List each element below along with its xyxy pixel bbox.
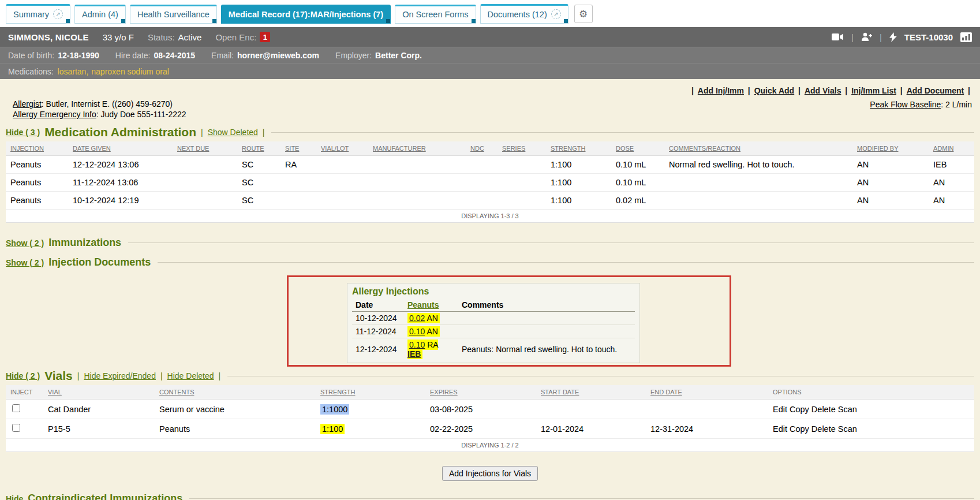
show-deleted-link[interactable]: Show Deleted	[208, 128, 258, 137]
tab-label: Summary	[13, 10, 49, 19]
dose-link[interactable]: 0.10	[409, 340, 425, 349]
cell-contents: Serum or vaccine	[155, 400, 316, 419]
show-injection-documents-link[interactable]: Show ( 2 )	[6, 258, 44, 267]
tab-health-surveillance[interactable]: Health Surveillance	[130, 5, 217, 24]
scan-link[interactable]: Scan	[838, 424, 857, 434]
allergist-link[interactable]: Allergist	[13, 99, 42, 109]
vials-title: Vials	[44, 369, 73, 383]
dose-link[interactable]: 0.02	[409, 314, 425, 323]
add-inj-imm-link[interactable]: Add Inj/Imm	[698, 86, 744, 95]
column-header-comments: Comments	[458, 298, 635, 312]
workflow-icon[interactable]: ↗	[53, 9, 63, 19]
patient-header-bar: SIMMONS, NICOLE 33 y/o F Status: Active …	[0, 27, 980, 47]
medications-label: Medications:	[8, 67, 54, 76]
injection-documents-title: Injection Documents	[48, 256, 151, 268]
delete-link[interactable]: Delete	[811, 424, 836, 434]
cell-comments	[664, 174, 852, 192]
add-document-link[interactable]: Add Document	[907, 86, 964, 95]
tab-admin[interactable]: Admin (4)	[74, 5, 126, 24]
cell-ndc	[466, 174, 498, 192]
flowsheet-chart-icon[interactable]	[960, 32, 972, 42]
tab-on-screen-forms[interactable]: On Screen Forms	[395, 5, 476, 24]
inject-checkbox[interactable]	[12, 404, 20, 412]
settings-gear-button[interactable]: ⚙	[574, 5, 593, 23]
table-row: 10-12-2024 0.02 AN	[352, 312, 635, 325]
cell-ndc	[466, 192, 498, 210]
allergy-injections-table: Date Peanuts Comments 10-12-2024 0.02 AN…	[352, 298, 635, 360]
quick-add-link[interactable]: Quick Add	[754, 86, 795, 95]
edit-link[interactable]: Edit	[773, 424, 787, 434]
column-header-vial-lot: VIAL/LOT	[321, 145, 349, 152]
column-header-ndc: NDC	[470, 145, 484, 152]
cell-contents: Peanuts	[155, 419, 316, 439]
peak-flow-baseline-link[interactable]: Peak Flow Baseline	[870, 100, 941, 109]
admin-initials-link[interactable]: IEB	[407, 349, 421, 359]
delete-link[interactable]: Delete	[811, 405, 836, 414]
allergy-emergency-info-link[interactable]: Allergy Emergency Info	[13, 110, 96, 119]
cell-comment	[458, 312, 635, 325]
medication-administration-title: Medication Administration	[44, 125, 196, 139]
dose-highlight: 0.02 AN	[407, 313, 440, 323]
demographics-bar: Date of birth: 12-18-1990 Hire date: 08-…	[0, 47, 980, 63]
tab-medical-record[interactable]: Medical Record (17):MAR/Injections (7)	[221, 5, 391, 24]
employer-label: Employer:	[335, 51, 372, 60]
hide-deleted-link[interactable]: Hide Deleted	[167, 371, 214, 380]
open-enc-badge[interactable]: 1	[260, 32, 270, 42]
tab-summary[interactable]: Summary ↗	[6, 4, 70, 24]
medication-administration-table: INJECTION DATE GIVEN NEXT DUE ROUTE SITE…	[6, 141, 974, 223]
cell-site	[280, 174, 316, 192]
table-row: Peanuts 11-12-2024 13:06 SC 1:100 0.10 m…	[6, 174, 974, 192]
email-value: horner@mieweb.com	[237, 51, 319, 60]
section-header-immunizations: Show ( 2 ) Immunizations	[6, 237, 974, 249]
tab-label: Documents (12)	[488, 10, 547, 19]
column-header-site: SITE	[285, 145, 299, 152]
cell-options: EditCopyDeleteScan	[768, 419, 974, 439]
hide-vials-link[interactable]: Hide ( 2 )	[6, 371, 40, 380]
add-user-icon[interactable]	[861, 32, 872, 42]
medications-bar: Medications: losartan,naproxen sodium or…	[0, 63, 980, 79]
cell-vial-lot	[316, 174, 368, 192]
column-header-date-given: DATE GIVEN	[73, 145, 111, 152]
scan-link[interactable]: Scan	[838, 405, 857, 414]
section-header-medication-administration: Hide ( 3 ) Medication Administration | S…	[6, 125, 974, 139]
medication-link-losartan[interactable]: losartan	[58, 67, 87, 76]
employer-value: Better Corp.	[375, 51, 422, 60]
hide-medication-administration-link[interactable]: Hide ( 3 )	[6, 128, 40, 137]
copy-link[interactable]: Copy	[790, 405, 809, 414]
cell-strength: 1:100	[546, 174, 611, 192]
cell-ndc	[466, 156, 498, 174]
medication-link-naproxen[interactable]: naproxen sodium oral	[91, 67, 169, 76]
cell-date: 10-12-2024	[352, 312, 404, 325]
video-call-icon[interactable]	[832, 33, 844, 41]
section-header-injection-documents: Show ( 2 ) Injection Documents	[6, 256, 974, 268]
dob-value: 12-18-1990	[58, 51, 99, 60]
tab-label: Admin (4)	[82, 10, 118, 19]
cell-date-given: 12-12-2024 13:06	[68, 156, 173, 174]
hide-contraindicated-link[interactable]: Hide	[6, 494, 23, 500]
add-injections-for-vials-button[interactable]: Add Injections for Vials	[442, 466, 538, 481]
allergy-emergency-value: : Judy Doe 555-111-2222	[96, 110, 186, 119]
add-vials-link[interactable]: Add Vials	[805, 86, 841, 95]
cell-site	[280, 192, 316, 210]
lightning-icon[interactable]	[889, 32, 897, 42]
gear-icon: ⚙	[579, 9, 588, 19]
column-header-start-date: START DATE	[541, 389, 579, 395]
column-header-injection: INJECTION	[10, 145, 44, 152]
inject-checkbox[interactable]	[12, 424, 20, 432]
column-header-route: ROUTE	[242, 145, 264, 152]
edit-link[interactable]: Edit	[773, 405, 787, 414]
cell-modified-by: AN	[852, 156, 929, 174]
cell-comments: Normal red swelling. Hot to touch.	[664, 156, 852, 174]
tab-documents[interactable]: Documents (12) ↗	[480, 4, 568, 24]
column-header-expires: EXPIRES	[430, 389, 458, 395]
table-row: Peanuts 10-12-2024 12:19 SC 1:100 0.02 m…	[6, 192, 974, 210]
copy-link[interactable]: Copy	[790, 424, 809, 434]
initials: AN	[427, 314, 437, 323]
cell-options: EditCopyDeleteScan	[768, 400, 974, 419]
inj-imm-list-link[interactable]: Inj/Imm List	[851, 86, 896, 95]
hide-expired-ended-link[interactable]: Hide Expired/Ended	[84, 371, 156, 380]
show-immunizations-link[interactable]: Show ( 2 )	[6, 238, 44, 248]
dose-link[interactable]: 0.10	[409, 327, 425, 336]
email-label: Email:	[211, 51, 234, 60]
workflow-icon[interactable]: ↗	[551, 9, 561, 19]
